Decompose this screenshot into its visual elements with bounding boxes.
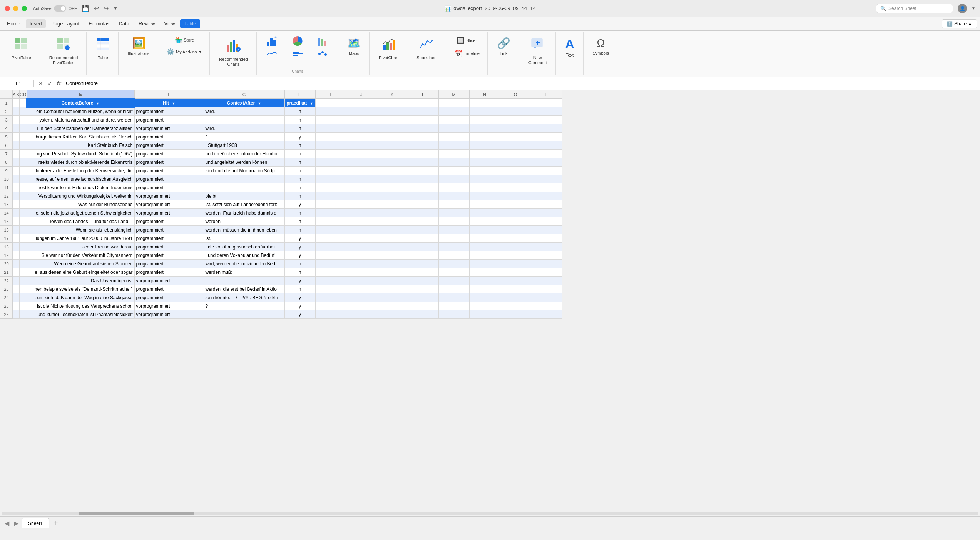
cell-F4[interactable]: vorprogrammiert <box>134 124 204 133</box>
cell-C26[interactable] <box>20 310 23 319</box>
row-number-11[interactable]: 11 <box>0 183 13 192</box>
cell-B12[interactable] <box>16 192 20 200</box>
cell-F17[interactable]: programmiert <box>134 234 204 243</box>
cell-H19[interactable]: y <box>284 251 315 260</box>
store-button[interactable]: 🏪 Store <box>169 34 200 46</box>
account-arrow[interactable]: ▼ <box>972 6 975 10</box>
cell-N5[interactable] <box>469 133 500 141</box>
menu-data[interactable]: Data <box>115 19 133 28</box>
cell-A17[interactable] <box>13 234 16 243</box>
column-chart-button[interactable] <box>261 34 284 48</box>
col-header-I[interactable]: I <box>315 90 346 99</box>
cell-I7[interactable] <box>315 150 346 158</box>
cell-E1[interactable]: ContextBefore ▼ <box>27 99 134 107</box>
cell-I20[interactable] <box>315 260 346 268</box>
fx-button[interactable]: fx <box>55 80 63 87</box>
cell-G8[interactable]: und angeleitet werden können. <box>204 158 284 167</box>
cell-H26[interactable]: y <box>284 310 315 319</box>
cell-I18[interactable] <box>315 243 346 251</box>
row-number-19[interactable]: 19 <box>0 251 13 260</box>
col-header-K[interactable]: K <box>377 90 408 99</box>
recommended-pivot-button[interactable]: ✓ RecommendedPivotTables <box>45 34 82 68</box>
cell-G7[interactable]: und im Rechenzentrum der Humbo <box>204 150 284 158</box>
cell-L5[interactable] <box>408 133 438 141</box>
cell-C17[interactable] <box>20 234 23 243</box>
cell-F8[interactable]: programmiert <box>134 158 204 167</box>
col-header-O[interactable]: O <box>500 90 531 99</box>
cell-P21[interactable] <box>531 268 562 277</box>
cell-N19[interactable] <box>469 251 500 260</box>
cell-N26[interactable] <box>469 310 500 319</box>
cell-D4[interactable] <box>23 124 27 133</box>
cell-A7[interactable] <box>13 150 16 158</box>
cell-C10[interactable] <box>20 175 23 183</box>
cell-J22[interactable] <box>346 277 377 285</box>
cell-L25[interactable] <box>408 302 438 310</box>
cell-E9[interactable]: lonferenz die Einstellung der Kernversuc… <box>27 167 134 175</box>
menu-home[interactable]: Home <box>3 19 24 28</box>
cell-D3[interactable] <box>23 116 27 124</box>
cell-E7[interactable]: ng von Peschel, Sydow durch Schmiehl (19… <box>27 150 134 158</box>
menu-page-layout[interactable]: Page Layout <box>47 19 83 28</box>
cell-L6[interactable] <box>408 141 438 150</box>
cell-C11[interactable] <box>20 183 23 192</box>
autosave-toggle[interactable] <box>54 5 66 12</box>
cell-F7[interactable]: programmiert <box>134 150 204 158</box>
col-header-B[interactable]: B <box>16 90 20 99</box>
cell-A5[interactable] <box>13 133 16 141</box>
cell-F22[interactable]: vorprogrammiert <box>134 277 204 285</box>
cell-A4[interactable] <box>13 124 16 133</box>
cell-N6[interactable] <box>469 141 500 150</box>
cell-M15[interactable] <box>438 217 469 226</box>
col-header-J[interactable]: J <box>346 90 377 99</box>
cell-J15[interactable] <box>346 217 377 226</box>
cell-B14[interactable] <box>16 209 20 217</box>
cell-E8[interactable]: rseits wieder durch objektivierende Erke… <box>27 158 134 167</box>
cell-I6[interactable] <box>315 141 346 150</box>
row-number-18[interactable]: 18 <box>0 243 13 251</box>
cell-D7[interactable] <box>23 150 27 158</box>
illustrations-button[interactable]: 🖼️ Illustrations <box>124 34 153 59</box>
cell-C7[interactable] <box>20 150 23 158</box>
timeline-button[interactable]: 📅 Timeline <box>451 47 483 60</box>
cell-M23[interactable] <box>438 285 469 293</box>
cell-A21[interactable] <box>13 268 16 277</box>
cell-J14[interactable] <box>346 209 377 217</box>
cell-O23[interactable] <box>500 285 531 293</box>
menu-view[interactable]: View <box>161 19 179 28</box>
cell-M3[interactable] <box>438 116 469 124</box>
cell-G24[interactable]: sein könnte.] --/-- 2/XI: BEGIN erkle <box>204 293 284 302</box>
cell-L12[interactable] <box>408 192 438 200</box>
cell-E19[interactable]: Sie war nur für den Verkehr mit Citymänn… <box>27 251 134 260</box>
cell-L23[interactable] <box>408 285 438 293</box>
cell-M16[interactable] <box>438 226 469 234</box>
cell-O12[interactable] <box>500 192 531 200</box>
cell-E15[interactable]: lerven des Landes -- und für das Land -- <box>27 217 134 226</box>
cell-D6[interactable] <box>23 141 27 150</box>
cell-P2[interactable] <box>531 107 562 116</box>
cell-K11[interactable] <box>377 183 408 192</box>
cell-K20[interactable] <box>377 260 408 268</box>
row-number-3[interactable]: 3 <box>0 116 13 124</box>
cell-L17[interactable] <box>408 234 438 243</box>
cell-J17[interactable] <box>346 234 377 243</box>
redo-icon[interactable]: ↪ <box>104 5 109 12</box>
cell-M1[interactable] <box>438 99 469 107</box>
cell-M7[interactable] <box>438 150 469 158</box>
grid-container[interactable]: A B C D E F G H I J K L M N O P <box>0 90 980 510</box>
cell-B21[interactable] <box>16 268 20 277</box>
cell-G18[interactable]: , die von ihm gewünschten Verhalt <box>204 243 284 251</box>
cell-K24[interactable] <box>377 293 408 302</box>
col-header-A[interactable]: A <box>13 90 16 99</box>
cell-P10[interactable] <box>531 175 562 183</box>
cell-L8[interactable] <box>408 158 438 167</box>
cell-L24[interactable] <box>408 293 438 302</box>
cell-G26[interactable]: . <box>204 310 284 319</box>
cell-G21[interactable]: werden muß: <box>204 268 284 277</box>
cell-D17[interactable] <box>23 234 27 243</box>
cell-A3[interactable] <box>13 116 16 124</box>
col-header-N[interactable]: N <box>469 90 500 99</box>
cell-F13[interactable]: vorprogrammiert <box>134 200 204 209</box>
cell-B2[interactable] <box>16 107 20 116</box>
cell-E16[interactable]: Wenn sie als lebenslänglich <box>27 226 134 234</box>
